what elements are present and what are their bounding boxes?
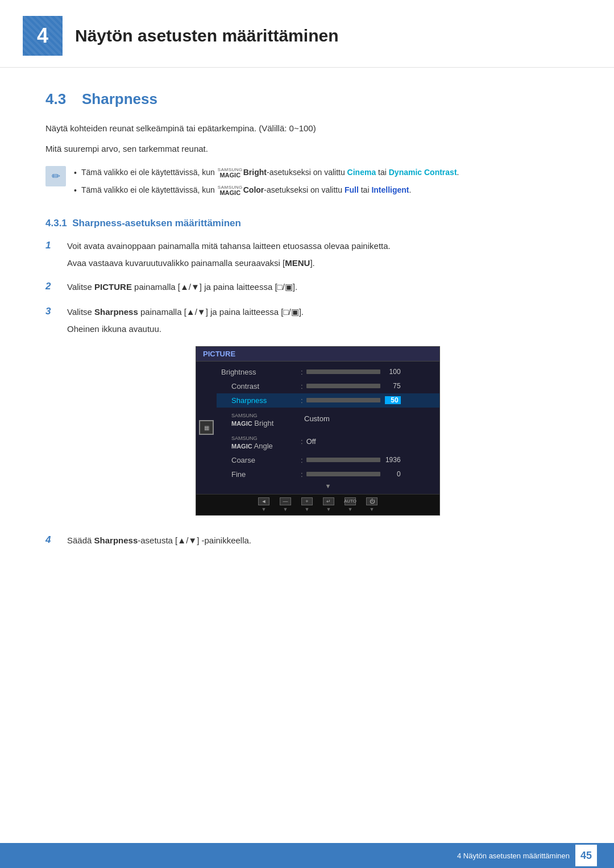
menu-item-sharpness: Sharpness : 50 bbox=[217, 393, 439, 408]
menu-item-fine: Fine : 0 bbox=[217, 467, 439, 481]
full-text: Full bbox=[345, 185, 359, 194]
note-box: ✏ • Tämä valikko ei ole käytettävissä, k… bbox=[45, 166, 569, 202]
fine-bar bbox=[306, 472, 380, 476]
btn-auto: AUTO ▼ bbox=[345, 497, 356, 512]
contrast-value: 75 bbox=[306, 382, 434, 390]
sharpness-label: Sharpness bbox=[221, 396, 301, 405]
menu-items-list: Brightness : 100 bbox=[217, 365, 439, 491]
step-1-content: Voit avata avainoppaan painamalla mitä t… bbox=[67, 239, 569, 272]
step-1-subtext: Avaa vastaava kuvaruutuvalikko painamall… bbox=[67, 256, 569, 270]
cinema-text: Cinema bbox=[347, 168, 376, 177]
page-header: 4 Näytön asetusten määrittäminen bbox=[0, 0, 614, 68]
coarse-bar bbox=[306, 458, 380, 462]
btn-left-icon: ◄ bbox=[258, 497, 269, 505]
dynamic-contrast-text: Dynamic Contrast bbox=[389, 168, 457, 177]
sharpness-number: 50 bbox=[385, 396, 401, 404]
brightness-number: 100 bbox=[385, 368, 401, 376]
magic-angle-value: Off bbox=[306, 437, 434, 446]
section-heading: 4.3 Sharpness bbox=[45, 90, 569, 108]
menu-item-magic-bright: SAMSUNG MAGIC Bright Custom bbox=[217, 408, 439, 430]
btn-enter-icon: ↵ bbox=[323, 497, 334, 505]
note-item-1: • Tämä valikko ei ole käytettävissä, kun… bbox=[74, 166, 569, 179]
menu-scroll-down: ▼ bbox=[217, 481, 439, 491]
note-content: • Tämä valikko ei ole käytettävissä, kun… bbox=[74, 166, 569, 202]
menu-item-coarse: Coarse : 1936 bbox=[217, 453, 439, 467]
page-footer: 4 Näytön asetusten määrittäminen 45 bbox=[0, 843, 614, 868]
magic-angle-label: SAMSUNG MAGIC Angle bbox=[221, 433, 301, 450]
step-1-text: Voit avata avainoppaan painamalla mitä t… bbox=[67, 239, 569, 253]
btn-minus-icon: — bbox=[280, 497, 291, 505]
step-2-text: Valitse PICTURE painamalla [▲/▼] ja pain… bbox=[67, 280, 569, 294]
footer-page-number: 45 bbox=[575, 845, 597, 866]
btn-power-icon: ⏻ bbox=[366, 497, 377, 505]
sharpness-bar bbox=[306, 398, 380, 402]
step-4-content: Säädä Sharpness-asetusta [▲/▼] -painikke… bbox=[67, 534, 569, 551]
steps-container: 1 Voit avata avainoppaan painamalla mitä… bbox=[45, 239, 569, 551]
btn-enter: ↵ ▼ bbox=[323, 497, 334, 512]
coarse-number: 1936 bbox=[385, 456, 401, 464]
btn-power: ⏻ ▼ bbox=[366, 497, 377, 512]
brightness-bar bbox=[306, 369, 380, 374]
fine-value: 0 bbox=[306, 470, 434, 478]
brightness-value: 100 bbox=[306, 368, 434, 376]
step-2: 2 Valitse PICTURE painamalla [▲/▼] ja pa… bbox=[45, 280, 569, 297]
step-number-3: 3 bbox=[45, 306, 57, 317]
menu-screenshot: PICTURE ▦ Brightness : bbox=[196, 346, 440, 516]
menu-body: ▦ Brightness : 10 bbox=[196, 362, 439, 494]
intelligent-text: Intelligent bbox=[371, 185, 409, 194]
description-2: Mitä suurempi arvo, sen tarkemmat reunat… bbox=[45, 142, 569, 156]
coarse-value: 1936 bbox=[306, 456, 434, 464]
note-text-1: Tämä valikko ei ole käytettävissä, kun S… bbox=[81, 166, 459, 178]
bullet-2: • bbox=[74, 184, 77, 197]
contrast-number: 75 bbox=[385, 382, 401, 390]
btn-minus: — ▼ bbox=[280, 497, 291, 512]
step-3-subtext: Oheinen ikkuna avautuu. bbox=[67, 322, 569, 336]
menu-sidebar: ▦ bbox=[196, 365, 217, 491]
menu-item-contrast: Contrast : 75 bbox=[217, 379, 439, 393]
menu-item-magic-angle: SAMSUNG MAGIC Angle : Off bbox=[217, 430, 439, 453]
step-number-1: 1 bbox=[45, 240, 57, 251]
menu-item-brightness: Brightness : 100 bbox=[217, 365, 439, 379]
sidebar-icon: ▦ bbox=[199, 420, 214, 435]
bullet-1: • bbox=[74, 167, 77, 179]
btn-left: ◄ ▼ bbox=[258, 497, 269, 512]
magic-color-brand: SAMSUNG MAGIC bbox=[218, 185, 243, 196]
contrast-label: Contrast bbox=[221, 382, 301, 391]
step-2-content: Valitse PICTURE painamalla [▲/▼] ja pain… bbox=[67, 280, 569, 297]
note-icon: ✏ bbox=[45, 166, 66, 186]
brightness-label: Brightness bbox=[221, 368, 301, 376]
subsection-heading: 4.3.1 Sharpness-asetuksen määrittäminen bbox=[45, 218, 569, 229]
step-1: 1 Voit avata avainoppaan painamalla mitä… bbox=[45, 239, 569, 272]
description-1: Näytä kohteiden reunat selkeämpinä tai e… bbox=[45, 122, 569, 135]
footer-text: 4 Näytön asetusten määrittäminen bbox=[457, 852, 570, 860]
coarse-label: Coarse bbox=[221, 456, 301, 464]
step-4-text: Säädä Sharpness-asetusta [▲/▼] -painikke… bbox=[67, 534, 569, 547]
step-3-text: Valitse Sharpness painamalla [▲/▼] ja pa… bbox=[67, 305, 569, 319]
section-number: 4.3 bbox=[45, 90, 74, 108]
menu-bottom-bar: ◄ ▼ — ▼ + ▼ ↵ ▼ bbox=[196, 494, 439, 515]
step-3-content: Valitse Sharpness painamalla [▲/▼] ja pa… bbox=[67, 305, 569, 526]
magic-bright-value: Custom bbox=[304, 414, 434, 423]
chapter-badge: 4 bbox=[23, 16, 63, 56]
contrast-bar bbox=[306, 384, 380, 388]
step-4: 4 Säädä Sharpness-asetusta [▲/▼] -painik… bbox=[45, 534, 569, 551]
step-number-4: 4 bbox=[45, 534, 57, 546]
note-text-2: Tämä valikko ei ole käytettävissä, kun S… bbox=[81, 184, 412, 196]
step-number-2: 2 bbox=[45, 281, 57, 292]
main-content: 4.3 Sharpness Näytä kohteiden reunat sel… bbox=[0, 85, 614, 604]
fine-number: 0 bbox=[385, 470, 401, 478]
step-3: 3 Valitse Sharpness painamalla [▲/▼] ja … bbox=[45, 305, 569, 526]
section-title: Sharpness bbox=[82, 90, 157, 108]
btn-plus: + ▼ bbox=[301, 497, 313, 512]
fine-label: Fine bbox=[221, 470, 301, 479]
magic-bright-label: SAMSUNG MAGIC Bright bbox=[221, 410, 301, 427]
chapter-number: 4 bbox=[37, 24, 48, 48]
magic-bright-brand: SAMSUNG MAGIC bbox=[218, 168, 243, 178]
note-item-2: • Tämä valikko ei ole käytettävissä, kun… bbox=[74, 184, 569, 197]
chapter-title: Näytön asetusten määrittäminen bbox=[75, 26, 338, 45]
sharpness-value: 50 bbox=[306, 396, 434, 404]
btn-auto-icon: AUTO bbox=[345, 497, 356, 505]
btn-plus-icon: + bbox=[301, 497, 313, 505]
menu-title: PICTURE bbox=[196, 347, 439, 362]
